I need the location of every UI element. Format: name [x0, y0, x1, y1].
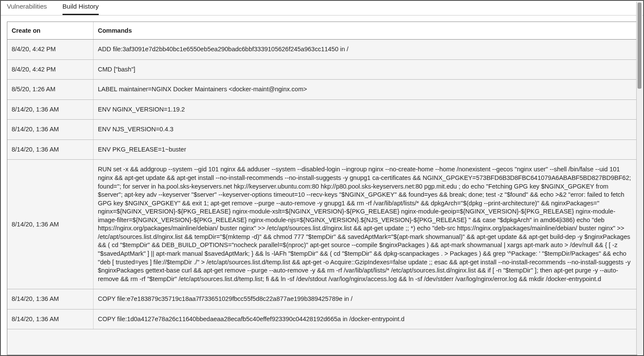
- cell-created-on: 8/14/20, 1:36 AM: [7, 100, 94, 120]
- table-row[interactable]: 8/14/20, 1:36 AMENV PKG_RELEASE=1~buster: [7, 140, 637, 160]
- cell-created-on: 8/14/20, 1:36 AM: [7, 310, 94, 329]
- cell-command: ENV PKG_RELEASE=1~buster: [94, 140, 637, 160]
- table-row[interactable]: 8/5/20, 1:26 AMLABEL maintainer=NGINX Do…: [7, 80, 637, 100]
- build-history-table: Create on Commands 8/4/20, 4:42 PMADD fi…: [7, 22, 637, 355]
- cell-created-on: 8/4/20, 4:42 PM: [7, 40, 94, 59]
- cell-command: LABEL maintainer=NGINX Docker Maintainer…: [94, 80, 637, 99]
- scrollbar-thumb[interactable]: [638, 3, 641, 89]
- cell-command: COPY file:1d0a4127e78a26c11640bbedaeaa28…: [94, 310, 637, 329]
- cell-created-on: 8/5/20, 1:26 AM: [7, 80, 94, 99]
- tab-vulnerabilities[interactable]: Vulnerabilities: [7, 0, 47, 15]
- cell-created-on: 8/14/20, 1:36 AM: [7, 120, 94, 139]
- cell-command: RUN set -x && addgroup --system --gid 10…: [94, 160, 637, 289]
- cell-command: ENV NJS_VERSION=0.4.3: [94, 120, 637, 139]
- cell-created-on: 8/14/20, 1:36 AM: [7, 140, 94, 160]
- cell-command: ENV NGINX_VERSION=1.19.2: [94, 100, 637, 120]
- cell-created-on: 8/14/20, 1:36 AM: [7, 160, 94, 289]
- build-history-panel: Create on Commands 8/4/20, 4:42 PMADD fi…: [1, 15, 643, 355]
- tab-build-history[interactable]: Build History: [63, 0, 99, 15]
- table-row[interactable]: 8/14/20, 1:36 AMENV NJS_VERSION=0.4.3: [7, 120, 637, 140]
- table-body[interactable]: 8/4/20, 4:42 PMADD file:3af3091e7d2bb40b…: [7, 40, 637, 355]
- header-created-on[interactable]: Create on: [7, 22, 94, 39]
- cell-command: COPY file:e7e183879c35719c18aa7f73365102…: [94, 289, 637, 309]
- app-frame: Vulnerabilities Build History Create on …: [0, 0, 644, 356]
- table-row[interactable]: 8/14/20, 1:36 AMRUN set -x && addgroup -…: [7, 160, 637, 289]
- cell-created-on: 8/14/20, 1:36 AM: [7, 289, 94, 309]
- table-row[interactable]: 8/4/20, 4:42 PMCMD ["bash"]: [7, 60, 637, 80]
- table-row[interactable]: 8/14/20, 1:36 AMCOPY file:e7e183879c3571…: [7, 289, 637, 310]
- tab-bar: Vulnerabilities Build History: [1, 1, 643, 15]
- table-row[interactable]: 8/14/20, 1:36 AMCOPY file:1d0a4127e78a26…: [7, 310, 637, 330]
- cell-command: ADD file:3af3091e7d2bb40bc1e6550eb5ea290…: [94, 40, 637, 59]
- vertical-scrollbar[interactable]: [636, 2, 642, 354]
- table-row[interactable]: 8/4/20, 4:42 PMADD file:3af3091e7d2bb40b…: [7, 40, 637, 60]
- cell-created-on: 8/4/20, 4:42 PM: [7, 60, 94, 80]
- cell-command: CMD ["bash"]: [94, 60, 637, 80]
- table-header-row: Create on Commands: [7, 22, 637, 40]
- table-row[interactable]: 8/14/20, 1:36 AMENV NGINX_VERSION=1.19.2: [7, 100, 637, 120]
- header-commands[interactable]: Commands: [94, 22, 637, 39]
